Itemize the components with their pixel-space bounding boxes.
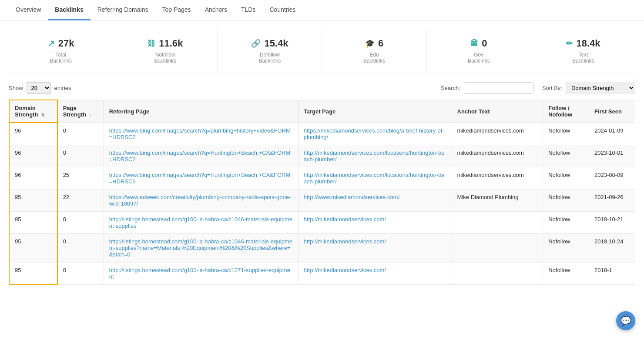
cell-page-strength: 22 <box>57 189 104 211</box>
cell-target-page: https://mikediamondservices.com/blog/a-b… <box>298 123 452 145</box>
col-page-strength[interactable]: Page Strength ↓ <box>57 100 104 123</box>
search-section: Search: <box>441 82 533 94</box>
tab-backlinks[interactable]: Backlinks <box>48 0 90 20</box>
cell-anchor-text <box>452 262 543 284</box>
cell-page-strength: 0 <box>57 123 104 145</box>
cell-page-strength: 0 <box>57 145 104 167</box>
tab-anchors[interactable]: Anchors <box>198 0 234 20</box>
cell-target-page: http://mikediamondservices.com/ <box>298 233 452 262</box>
entries-select[interactable]: 20 10 50 100 <box>27 82 51 94</box>
total-backlinks-label: TotalBacklinks <box>15 52 106 64</box>
col-referring-page: Referring Page <box>104 100 298 123</box>
cell-first-seen: 2018-1 <box>589 262 635 284</box>
edu-icon: 🎓 <box>365 39 375 48</box>
cell-follow: Nofollow <box>543 211 589 233</box>
cell-follow: Nofollow <box>543 262 589 284</box>
edu-backlinks-value: 6 <box>378 38 383 49</box>
cell-target-page: http://www.mikediamondservices.com/ <box>298 189 452 211</box>
table-row: 96 0 https://www.bing.com/images/search?… <box>9 123 635 145</box>
nofollow-backlinks-value: 11.6k <box>159 38 183 49</box>
cell-referring-page: http://listings.homestead.com/g100-la-ha… <box>104 262 298 284</box>
gov-backlinks-value: 0 <box>482 38 487 49</box>
search-label: Search: <box>441 85 460 91</box>
cell-anchor-text: Mike Diamond Plumbing <box>452 189 543 211</box>
cell-follow: Nofollow <box>543 145 589 167</box>
cell-domain-strength: 95 <box>9 262 57 284</box>
cell-first-seen: 2023-08-09 <box>589 167 635 189</box>
gov-backlinks-label: GovBacklinks <box>433 52 524 64</box>
cell-referring-page: http://listings.homestead.com/g100-la-ha… <box>104 233 298 262</box>
sort-select[interactable]: Domain Strength Page Strength First Seen <box>566 82 635 94</box>
cell-follow: Nofollow <box>543 123 589 145</box>
tabs-nav: Overview Backlinks Referring Domains Top… <box>0 0 644 20</box>
backlinks-table: Domain Strength ⇅ Page Strength ↓ Referr… <box>9 100 635 285</box>
table-row: 95 0 http://listings.homestead.com/g100-… <box>9 211 635 233</box>
cell-first-seen: 2024-01-09 <box>589 123 635 145</box>
text-backlinks-value: 18.4k <box>576 38 600 49</box>
cell-first-seen: 2021-09-26 <box>589 189 635 211</box>
tab-countries[interactable]: Countries <box>262 0 302 20</box>
nofollow-icon: ⛓ <box>148 39 155 48</box>
cell-anchor-text: mikediamondservices.com <box>452 145 543 167</box>
stat-edu-backlinks: 🎓 6 EduBacklinks <box>322 29 427 73</box>
table-row: 95 0 http://listings.homestead.com/g100-… <box>9 262 635 284</box>
stats-row: ↗ 27k TotalBacklinks ⛓ 11.6k NofollowBac… <box>9 29 635 73</box>
col-domain-strength[interactable]: Domain Strength ⇅ <box>9 100 57 123</box>
dofollow-icon: 🔗 <box>251 39 261 48</box>
cell-follow: Nofollow <box>543 167 589 189</box>
tab-tlds[interactable]: TLDs <box>234 0 262 20</box>
cell-follow: Nofollow <box>543 233 589 262</box>
tab-overview[interactable]: Overview <box>9 0 48 20</box>
col-target-page: Target Page <box>298 100 452 123</box>
stat-total-backlinks: ↗ 27k TotalBacklinks <box>9 29 113 73</box>
cell-referring-page: https://www.adweek.com/creativity/plumbi… <box>104 189 298 211</box>
external-link-icon: ↗ <box>47 38 55 49</box>
table-row: 95 22 https://www.adweek.com/creativity/… <box>9 189 635 211</box>
controls-row: Show 20 10 50 100 entries Search: Sort B… <box>9 82 635 94</box>
col-anchor-text: Anchor Text <box>452 100 543 123</box>
cell-follow: Nofollow <box>543 189 589 211</box>
cell-target-page: http://mikediamondservices.com/ <box>298 262 452 284</box>
cell-domain-strength: 96 <box>9 167 57 189</box>
text-backlinks-label: TextBacklinks <box>538 52 629 64</box>
cell-domain-strength: 96 <box>9 145 57 167</box>
cell-page-strength: 25 <box>57 167 104 189</box>
cell-page-strength: 0 <box>57 233 104 262</box>
sort-section: Sort By: Domain Strength Page Strength F… <box>542 82 635 94</box>
search-input[interactable] <box>464 82 533 94</box>
tab-top-pages[interactable]: Top Pages <box>155 0 198 20</box>
cell-anchor-text: mikediamondservices.com <box>452 123 543 145</box>
cell-anchor-text: mikediamondservices.com <box>452 167 543 189</box>
cell-page-strength: 0 <box>57 211 104 233</box>
cell-target-page: http://mikediamondservices.com/locations… <box>298 167 452 189</box>
total-backlinks-value: 27k <box>58 38 74 49</box>
gov-icon: 🏛 <box>470 39 478 48</box>
table-row: 95 0 http://listings.homestead.com/g100-… <box>9 233 635 262</box>
cell-domain-strength: 95 <box>9 211 57 233</box>
col-follow: Follow /Nofollow <box>543 100 589 123</box>
cell-referring-page: https://www.bing.com/images/search?q=Hun… <box>104 167 298 189</box>
cell-page-strength: 0 <box>57 262 104 284</box>
cell-referring-page: https://www.bing.com/images/search?q=Hun… <box>104 145 298 167</box>
dofollow-backlinks-value: 15.4k <box>264 38 288 49</box>
text-icon: ✏ <box>566 39 573 48</box>
tab-referring-domains[interactable]: Referring Domains <box>91 0 155 20</box>
cell-referring-page: https://www.bing.com/images/search?q=plu… <box>104 123 298 145</box>
cell-first-seen: 2018-10-21 <box>589 211 635 233</box>
stat-gov-backlinks: 🏛 0 GovBacklinks <box>427 29 531 73</box>
backlinks-table-wrapper: Domain Strength ⇅ Page Strength ↓ Referr… <box>9 100 635 285</box>
cell-anchor-text <box>452 211 543 233</box>
cell-referring-page: http://listings.homestead.com/g100-la-ha… <box>104 211 298 233</box>
stat-text-backlinks: ✏ 18.4k TextBacklinks <box>531 29 635 73</box>
cell-first-seen: 2018-10-24 <box>589 233 635 262</box>
cell-target-page: http://mikediamondservices.com/locations… <box>298 145 452 167</box>
edu-backlinks-label: EduBacklinks <box>329 52 420 64</box>
show-label: Show <box>9 85 23 91</box>
nofollow-backlinks-label: NofollowBacklinks <box>120 52 211 64</box>
entries-label: entries <box>54 85 71 91</box>
stat-nofollow-backlinks: ⛓ 11.6k NofollowBacklinks <box>113 29 218 73</box>
dofollow-backlinks-label: DofollowBacklinks <box>224 52 315 64</box>
table-row: 96 25 https://www.bing.com/images/search… <box>9 167 635 189</box>
table-row: 96 0 https://www.bing.com/images/search?… <box>9 145 635 167</box>
cell-domain-strength: 95 <box>9 233 57 262</box>
